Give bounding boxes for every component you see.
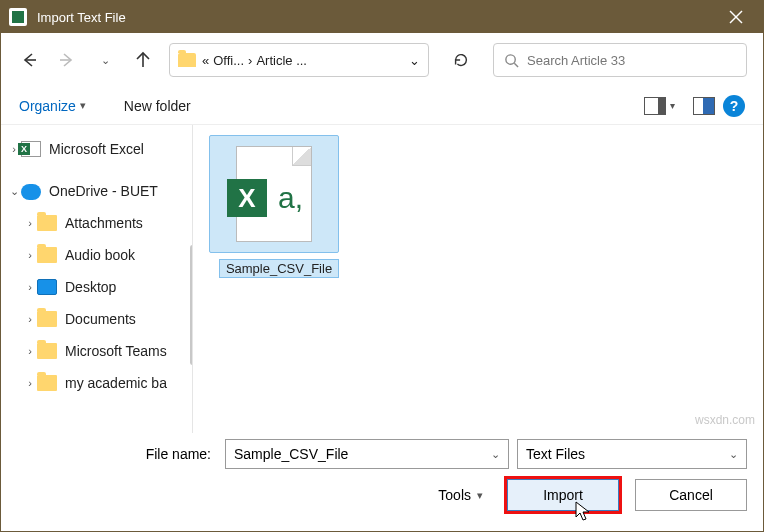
filetype-select[interactable]: Text Files ⌄: [517, 439, 747, 469]
crumb-segment[interactable]: Article ...: [256, 53, 307, 68]
chevron-right-icon: ›: [248, 53, 252, 68]
close-icon: [729, 10, 743, 24]
chevron-right-icon[interactable]: ›: [23, 345, 37, 357]
folder-icon: [37, 375, 57, 391]
tree-item-folder[interactable]: ›Attachments: [1, 207, 192, 239]
close-button[interactable]: [713, 1, 759, 33]
excel-app-icon: [9, 8, 27, 26]
window-title: Import Text File: [37, 10, 126, 25]
folder-tree: › Microsoft Excel ⌄ OneDrive - BUET ›Att…: [1, 125, 193, 433]
tree-item-folder[interactable]: ›Microsoft Teams: [1, 335, 192, 367]
chevron-down-icon[interactable]: ⌄: [729, 448, 738, 461]
chevron-right-icon[interactable]: ›: [23, 249, 37, 261]
titlebar: Import Text File: [1, 1, 763, 33]
tree-item-folder[interactable]: ›Desktop: [1, 271, 192, 303]
preview-pane-button[interactable]: [693, 97, 715, 115]
toolbar: Organize▾ New folder ▾ ?: [1, 87, 763, 125]
svg-line-6: [514, 63, 518, 67]
svg-point-5: [506, 54, 515, 63]
chevron-down-icon[interactable]: ⌄: [491, 448, 500, 461]
organize-menu[interactable]: Organize▾: [19, 98, 86, 114]
chevron-down-icon[interactable]: ⌄: [7, 185, 21, 198]
recent-dropdown[interactable]: ⌄: [93, 48, 117, 72]
file-thumbnail: X a,: [209, 135, 339, 253]
chevron-down-icon[interactable]: ⌄: [409, 53, 420, 68]
dialog-footer: File name: Sample_CSV_File ⌄ Text Files …: [1, 433, 763, 523]
chevron-right-icon[interactable]: ›: [23, 313, 37, 325]
tree-item-excel[interactable]: › Microsoft Excel: [1, 133, 192, 165]
folder-icon: [37, 311, 57, 327]
cancel-button[interactable]: Cancel: [635, 479, 747, 511]
folder-icon: [37, 215, 57, 231]
csv-file-icon: X a,: [236, 146, 312, 242]
new-folder-button[interactable]: New folder: [124, 98, 191, 114]
file-item[interactable]: X a, Sample_CSV_File: [209, 135, 349, 278]
desktop-icon: [37, 279, 57, 295]
tree-item-onedrive[interactable]: ⌄ OneDrive - BUET: [1, 175, 192, 207]
search-input[interactable]: Search Article 33: [493, 43, 747, 77]
folder-icon: [178, 53, 196, 67]
import-dialog: Import Text File ⌄ « Offi... › Article .…: [0, 0, 764, 532]
folder-icon: [37, 343, 57, 359]
folder-icon: [37, 247, 57, 263]
chevron-down-icon: ▾: [80, 99, 86, 112]
forward-button[interactable]: [55, 48, 79, 72]
onedrive-icon: [21, 184, 41, 200]
back-button[interactable]: [17, 48, 41, 72]
filename-label: File name:: [17, 446, 217, 462]
chevron-down-icon[interactable]: ▾: [670, 100, 675, 111]
help-button[interactable]: ?: [723, 95, 745, 117]
watermark: wsxdn.com: [695, 413, 755, 427]
import-button[interactable]: Import: [507, 479, 619, 511]
arrow-up-icon: [134, 51, 152, 69]
chevron-down-icon: ▾: [477, 489, 483, 502]
file-list[interactable]: X a, Sample_CSV_File wsxdn.com: [193, 125, 763, 433]
arrow-left-icon: [20, 51, 38, 69]
chevron-down-icon: ⌄: [101, 54, 110, 67]
chevron-right-icon[interactable]: ›: [23, 377, 37, 389]
tree-item-folder[interactable]: ›my academic ba: [1, 367, 192, 399]
up-button[interactable]: [131, 48, 155, 72]
tools-menu[interactable]: Tools▾: [438, 487, 483, 503]
dialog-body: › Microsoft Excel ⌄ OneDrive - BUET ›Att…: [1, 125, 763, 433]
crumb-prefix: «: [202, 53, 209, 68]
refresh-button[interactable]: [449, 48, 473, 72]
nav-row: ⌄ « Offi... › Article ... ⌄ Search Artic…: [1, 33, 763, 87]
excel-icon: [21, 141, 41, 157]
chevron-right-icon[interactable]: ›: [23, 217, 37, 229]
arrow-right-icon: [58, 51, 76, 69]
search-placeholder: Search Article 33: [527, 53, 625, 68]
tree-item-folder[interactable]: ›Audio book: [1, 239, 192, 271]
tree-item-folder[interactable]: ›Documents: [1, 303, 192, 335]
breadcrumb[interactable]: « Offi... › Article ... ⌄: [169, 43, 429, 77]
chevron-right-icon[interactable]: ›: [23, 281, 37, 293]
help-icon: ?: [730, 98, 739, 114]
refresh-icon: [452, 51, 470, 69]
view-mode-button[interactable]: [644, 97, 666, 115]
search-icon: [504, 53, 519, 68]
filename-input[interactable]: Sample_CSV_File ⌄: [225, 439, 509, 469]
crumb-segment[interactable]: Offi...: [213, 53, 244, 68]
file-name-label: Sample_CSV_File: [219, 259, 339, 278]
